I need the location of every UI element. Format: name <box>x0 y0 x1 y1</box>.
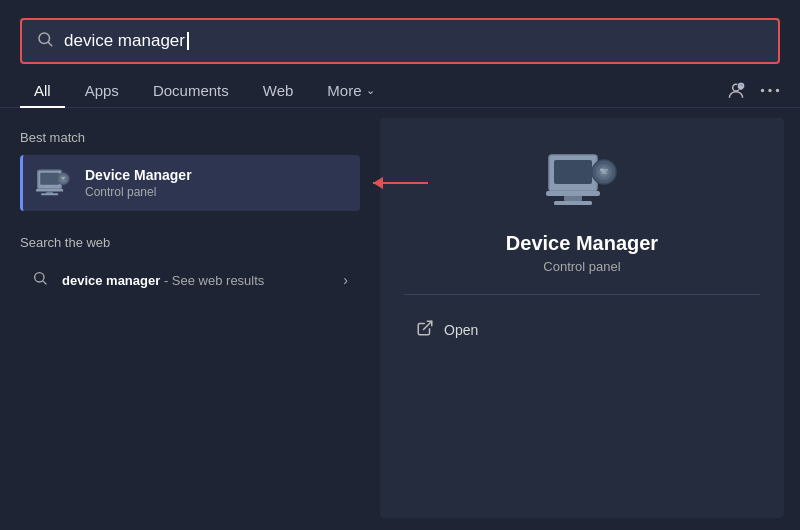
svg-rect-21 <box>564 196 582 201</box>
tab-all[interactable]: All <box>20 74 65 107</box>
search-web-label: Search the web <box>20 235 360 250</box>
svg-rect-20 <box>546 191 600 196</box>
open-icon <box>416 319 434 341</box>
tab-more[interactable]: More ⌄ <box>313 74 388 107</box>
left-panel: Best match Device <box>0 108 380 528</box>
svg-line-1 <box>48 42 51 45</box>
search-panel: device manager All Apps Documents Web Mo… <box>0 0 800 530</box>
right-panel-title: Device Manager <box>404 232 760 255</box>
chevron-down-icon: ⌄ <box>366 84 375 97</box>
content-area: Best match Device <box>0 108 800 528</box>
web-result-text: device manager - See web results <box>62 273 264 288</box>
nav-right-icons: ⬆ <box>726 81 780 101</box>
result-title: Device Manager <box>85 167 192 183</box>
svg-rect-11 <box>36 189 63 192</box>
svg-point-16 <box>35 273 44 282</box>
best-match-label: Best match <box>20 130 360 145</box>
svg-line-17 <box>43 281 46 284</box>
svg-point-6 <box>761 89 764 92</box>
svg-point-7 <box>768 89 771 92</box>
best-match-item[interactable]: Device Manager Control panel <box>20 155 360 211</box>
open-label: Open <box>444 322 478 338</box>
device-manager-icon-small <box>35 165 71 201</box>
right-panel-subtitle: Control panel <box>404 259 760 274</box>
svg-rect-10 <box>40 173 59 185</box>
more-options-icon[interactable] <box>760 88 780 93</box>
search-icon <box>36 30 54 52</box>
svg-text:⬆: ⬆ <box>739 84 742 89</box>
tab-documents[interactable]: Documents <box>139 74 243 107</box>
search-bar-container: device manager <box>0 0 800 64</box>
divider <box>404 294 760 295</box>
best-match-text: Device Manager Control panel <box>85 167 192 199</box>
search-input[interactable]: device manager <box>64 31 764 51</box>
svg-point-8 <box>776 89 779 92</box>
svg-rect-19 <box>554 160 592 184</box>
chevron-right-icon: › <box>343 272 348 288</box>
search-bar[interactable]: device manager <box>20 18 780 64</box>
open-button[interactable]: Open <box>404 311 760 349</box>
svg-line-27 <box>424 321 432 329</box>
tab-apps[interactable]: Apps <box>71 74 133 107</box>
search-web-section: Search the web device manager - See web … <box>20 235 360 300</box>
annotation-arrow <box>373 182 428 184</box>
device-manager-icon-large <box>542 148 622 218</box>
profile-icon[interactable]: ⬆ <box>726 81 746 101</box>
result-subtitle: Control panel <box>85 185 192 199</box>
text-cursor <box>187 32 189 50</box>
nav-tabs: All Apps Documents Web More ⌄ ⬆ <box>0 74 800 108</box>
svg-rect-13 <box>41 193 58 195</box>
tab-web[interactable]: Web <box>249 74 308 107</box>
svg-point-0 <box>39 33 50 44</box>
web-search-item[interactable]: device manager - See web results › <box>20 260 360 300</box>
web-search-icon <box>32 270 48 290</box>
svg-rect-22 <box>554 201 592 205</box>
right-panel: Device Manager Control panel Open <box>380 118 784 518</box>
